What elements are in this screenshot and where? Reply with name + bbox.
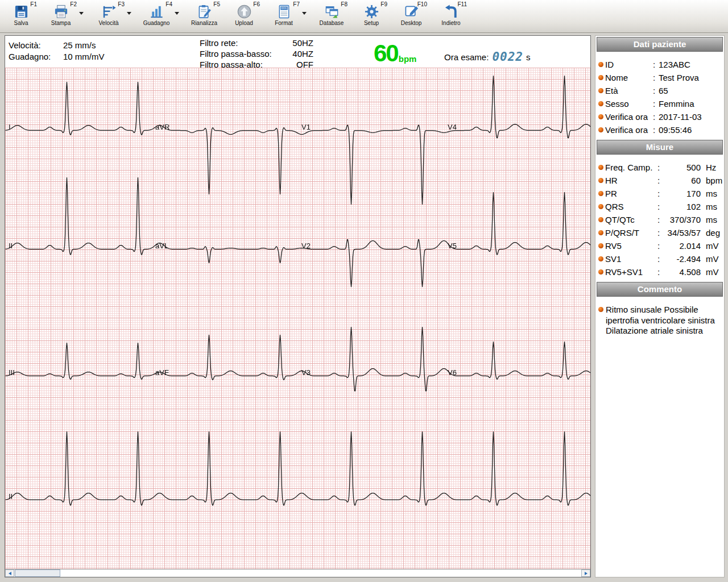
measure-label: P/QRS/T [605, 228, 657, 238]
measure-unit: bpm [706, 176, 722, 185]
scroll-left-button[interactable] [5, 569, 14, 577]
measure-row-freq: Freq. Camp.:500Hz [595, 161, 724, 174]
lead-label-aVR: aVR [155, 123, 169, 131]
toolbar-button-indietro[interactable]: F11 Indietro [435, 0, 468, 32]
fkey-label: F6 [253, 1, 260, 7]
patient-row-label: Nome [605, 73, 653, 82]
gain-label: Guadagno: [9, 51, 63, 63]
lead-label-aVL: aVL [155, 242, 168, 250]
filter-mains-value: 50HZ [286, 38, 313, 48]
separator: : [653, 86, 659, 95]
horizontal-scrollbar[interactable] [5, 569, 590, 577]
measure-label: HR [605, 176, 657, 185]
stampa-dropdown-button[interactable] [77, 7, 85, 19]
lead-label-V6: V6 [448, 368, 457, 377]
patient-row-id: ID:123ABC [595, 58, 724, 71]
separator: : [653, 73, 659, 82]
print-icon [53, 4, 69, 19]
toolbar-button-velocita[interactable]: F3 Velocità [92, 0, 125, 32]
chevron-down-icon [175, 12, 179, 15]
measure-rows: Freq. Camp.:500Hz HR:60bpm PR:170ms QRS:… [595, 156, 724, 281]
separator: : [657, 176, 663, 185]
speed-value: 25 mm/s [63, 40, 96, 51]
velocita-dropdown-button[interactable] [125, 7, 133, 19]
save-icon [14, 4, 29, 19]
guadagno-dropdown-button[interactable] [173, 7, 181, 19]
toolbar-button-salva[interactable]: F1 Salva [5, 0, 38, 32]
back-icon [444, 4, 459, 19]
toolbar-button-label: Rianalizza [191, 20, 217, 26]
toolbar-button-stampa[interactable]: F2 Stampa [44, 0, 77, 32]
bullet-icon [598, 217, 603, 222]
toolbar-group-format: F7 DOC Format [267, 0, 308, 32]
measure-label: PR [605, 189, 657, 198]
toolbar-button-label: Guadagno [143, 20, 170, 26]
lead-label-V2: V2 [301, 242, 311, 250]
lead-label-I: I [9, 123, 11, 131]
toolbar-button-desktop[interactable]: F10 Desktop [395, 0, 428, 32]
heart-rate-display: 60 bpm [374, 43, 416, 64]
patient-row-name: Nome:Test Prova [595, 71, 724, 84]
filter-lowpass-value: 40HZ [286, 48, 313, 59]
toolbar-group-database: F8 Database [315, 0, 348, 32]
toolbar-button-label: Indietro [441, 20, 460, 26]
right-arrow-icon [585, 572, 588, 575]
format-dropdown-button[interactable] [300, 7, 308, 19]
speed-gain-block: Velocità: 25 mm/s Guadagno: 10 mm/mV [9, 40, 105, 63]
lead-label-V5: V5 [448, 242, 457, 250]
comment-line: ipertrofia ventricolare sinistra [606, 315, 722, 326]
chevron-down-icon [127, 12, 131, 15]
toolbar-button-guadagno[interactable]: F4 Guadagno [140, 0, 173, 32]
patient-data-header: Dati paziente [597, 37, 723, 52]
toolbar-button-label: Stampa [51, 20, 71, 26]
fkey-label: F11 [458, 1, 468, 7]
separator: : [657, 241, 663, 251]
measure-value: 60 [663, 176, 701, 185]
toolbar-button-setup[interactable]: F9 Setup [355, 0, 388, 32]
lead-label-V4: V4 [448, 123, 457, 131]
toolbar-button-format[interactable]: F7 DOC Format [267, 0, 300, 32]
scroll-right-button[interactable] [581, 569, 590, 577]
bullet-icon [598, 191, 603, 196]
toolbar-button-rianalizza[interactable]: F5 Rianalizza [188, 0, 221, 32]
left-arrow-icon [9, 572, 11, 575]
toolbar-button-database[interactable]: F8 Database [315, 0, 348, 32]
patient-row-value: 65 [659, 86, 668, 95]
gain-row: Guadagno: 10 mm/mV [9, 51, 105, 63]
patient-info-sidebar: Dati paziente ID:123ABC Nome:Test Prova … [595, 35, 725, 577]
measure-row-rv5sv1: RV5+SV1:4.508mV [595, 265, 724, 278]
patient-row-check-time: Verifica ora:09:55:46 [595, 123, 724, 136]
comment-header: Commento [597, 282, 723, 297]
fkey-label: F2 [70, 1, 77, 7]
patient-rows: ID:123ABC Nome:Test Prova Età:65 Sesso:F… [595, 53, 724, 139]
scrollbar-track[interactable] [60, 569, 581, 577]
measure-value: 370/370 [663, 215, 701, 225]
comment-line: Dilatazione atriale sinistra [606, 326, 722, 336]
separator: : [657, 228, 663, 238]
setup-gear-icon [364, 4, 379, 19]
measures-header: Misure [597, 140, 723, 155]
toolbar-button-label: Setup [364, 20, 379, 26]
measure-label: Freq. Camp. [605, 163, 657, 172]
upload-icon [237, 4, 252, 19]
toolbar-group-setup: F9 Setup [355, 0, 388, 32]
patient-row-value: Test Prova [659, 73, 699, 82]
separator: : [653, 112, 659, 122]
measure-value: 2.014 [663, 241, 701, 251]
format-icon: DOC [276, 4, 292, 19]
bullet-icon [598, 230, 603, 235]
measure-unit: mV [706, 254, 719, 264]
exam-time-label: Ora esame: [444, 52, 489, 62]
measure-unit: mV [706, 241, 719, 251]
chevron-down-icon [79, 12, 84, 15]
toolbar-button-upload[interactable]: F6 Upload [228, 0, 260, 32]
toolbar-group-indietro: F11 Indietro [435, 0, 468, 32]
patient-row-label: Verifica ora [605, 125, 653, 135]
filter-mains-label: Filtro rete: [200, 38, 286, 48]
measure-unit: deg [706, 228, 720, 238]
toolbar-button-label: Format [275, 20, 293, 26]
fkey-label: F1 [30, 1, 37, 7]
lead-label-V3: V3 [301, 368, 311, 377]
scrollbar-thumb[interactable] [15, 569, 60, 577]
patient-row-label: Sesso [605, 99, 653, 109]
